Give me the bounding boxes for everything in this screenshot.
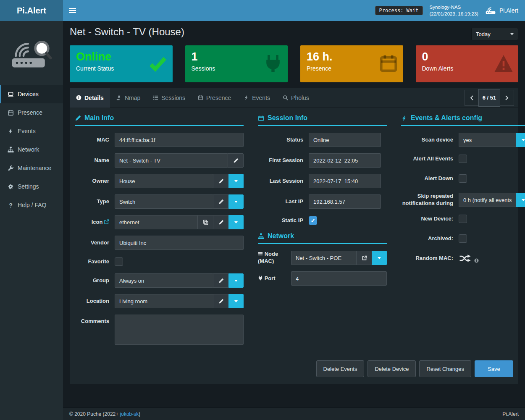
tab-pholus[interactable]: Pholus — [276, 88, 315, 108]
edit-owner-button[interactable] — [213, 174, 229, 188]
sidebar-toggle-button[interactable] — [63, 0, 81, 21]
tab-nmap[interactable]: Nmap — [110, 88, 147, 108]
skip-notifications-label: Skip repeated notifications during — [401, 193, 453, 207]
tab-details[interactable]: Details — [70, 88, 110, 108]
external-link-square-icon — [362, 255, 367, 261]
network-title: Network — [258, 232, 387, 244]
edit-name-button[interactable] — [228, 153, 244, 168]
vendor-input[interactable] — [115, 236, 244, 250]
sidebar-item-settings[interactable]: Settings — [0, 177, 63, 196]
last-session-input[interactable] — [309, 174, 381, 188]
first-session-input[interactable] — [309, 153, 381, 168]
new-device-checkbox[interactable] — [459, 215, 467, 223]
status-label: Status — [258, 136, 303, 144]
name-input[interactable] — [115, 153, 228, 168]
static-ip-label: Static IP — [258, 217, 303, 224]
static-ip-checkbox[interactable] — [309, 216, 317, 225]
sidebar-item-presence[interactable]: Presence — [0, 103, 63, 122]
info-circle-icon[interactable] — [474, 258, 479, 263]
field-comments: Comments — [75, 315, 244, 345]
next-device-button[interactable] — [500, 90, 514, 106]
last-ip-input[interactable] — [309, 194, 381, 209]
delete-events-button[interactable]: Delete Events — [316, 360, 365, 377]
archived-label: Archived: — [401, 235, 453, 242]
sidebar-item-label: Network — [18, 146, 39, 153]
period-selector[interactable]: Today — [471, 28, 518, 40]
jokob-sk-link[interactable]: jokob-sk — [120, 411, 139, 417]
host-info: Synology-NAS (22/01/2023, 16:19:23) — [430, 4, 478, 17]
owner-input[interactable] — [115, 174, 213, 188]
chevron-down-icon — [234, 201, 238, 203]
type-dropdown-button[interactable] — [228, 194, 244, 209]
brand-logo[interactable]: Pi.Alert — [0, 0, 63, 21]
tab-presence[interactable]: Presence — [192, 88, 237, 108]
group-input[interactable] — [115, 273, 213, 288]
warning-icon — [494, 54, 513, 73]
scan-device-select[interactable] — [459, 133, 516, 147]
sidebar-item-events[interactable]: Events — [0, 122, 63, 140]
port-input[interactable] — [291, 271, 387, 286]
pencil-icon — [218, 178, 224, 184]
sidebar-item-label: Presence — [18, 109, 42, 116]
app-name: Pi.Alert — [499, 7, 518, 14]
sidebar-item-network[interactable]: Network — [0, 140, 63, 159]
field-new-device: New Device: — [401, 213, 525, 224]
tab-sessions[interactable]: Sessions — [147, 88, 192, 108]
laptop-icon — [8, 91, 14, 97]
edit-location-button[interactable] — [213, 294, 229, 308]
alert-all-events-checkbox[interactable] — [459, 155, 467, 163]
gavel-icon — [116, 95, 122, 100]
edit-type-button[interactable] — [213, 194, 229, 209]
group-dropdown-button[interactable] — [228, 273, 244, 288]
bolt-icon — [401, 115, 407, 121]
field-favorite: Favorite — [75, 256, 244, 267]
card-current-status: Online Current Status — [70, 45, 173, 82]
pencil-icon — [75, 115, 81, 121]
skip-notifications-dropdown-button[interactable] — [516, 193, 525, 207]
summary-cards: Online Current Status 1 Sessions 16 h. P… — [63, 42, 525, 82]
tab-events[interactable]: Events — [237, 88, 276, 108]
alert-down-checkbox[interactable] — [459, 174, 467, 183]
gear-icon — [8, 184, 14, 190]
comments-input[interactable] — [115, 315, 244, 345]
owner-label: Owner — [75, 178, 109, 185]
save-button[interactable]: Save — [475, 360, 513, 377]
app-ident[interactable]: Pi.Alert — [485, 6, 518, 15]
status-input[interactable] — [309, 133, 381, 147]
card-sessions: 1 Sessions — [185, 45, 288, 82]
tab-label: Presence — [206, 94, 231, 101]
prev-device-button[interactable] — [465, 90, 479, 106]
delete-device-button[interactable]: Delete Device — [368, 360, 416, 377]
edit-icon-button[interactable] — [213, 215, 229, 229]
page-header: Net - Switch - TV (House) Today — [63, 21, 525, 42]
list-icon — [153, 95, 158, 100]
type-input[interactable] — [115, 194, 213, 209]
location-dropdown-button[interactable] — [228, 294, 244, 308]
reset-changes-button[interactable]: Reset Changes — [419, 360, 471, 377]
mac-input[interactable] — [115, 133, 244, 147]
calendar-icon — [198, 95, 203, 100]
icon-label: Icon — [75, 219, 109, 226]
node-mac-input[interactable] — [291, 251, 357, 265]
external-link-icon[interactable] — [104, 219, 109, 224]
field-random-mac: Random MAC: — [401, 253, 525, 264]
edit-group-button[interactable] — [213, 273, 229, 288]
field-name: Name — [75, 153, 244, 168]
location-input[interactable] — [115, 294, 213, 308]
icon-dropdown-button[interactable] — [228, 215, 244, 229]
sidebar-item-help[interactable]: ? Help / FAQ — [0, 196, 63, 214]
archived-checkbox[interactable] — [459, 234, 467, 243]
sidebar-item-maintenance[interactable]: Maintenance — [0, 159, 63, 177]
skip-notifications-select[interactable] — [459, 193, 516, 207]
open-node-button[interactable] — [356, 251, 372, 265]
sidebar-item-devices[interactable]: Devices — [0, 85, 63, 103]
copy-icon-button[interactable] — [197, 215, 213, 229]
chevron-down-icon — [510, 33, 514, 35]
icon-input[interactable] — [115, 215, 198, 229]
owner-dropdown-button[interactable] — [228, 174, 244, 188]
node-dropdown-button[interactable] — [372, 251, 387, 265]
favorite-checkbox[interactable] — [115, 257, 123, 266]
scan-device-dropdown-button[interactable] — [516, 133, 525, 147]
footer: © 2020 Puche (2022+ jokob-sk) Pi.Alert — [63, 407, 525, 420]
pencil-icon — [218, 299, 224, 304]
